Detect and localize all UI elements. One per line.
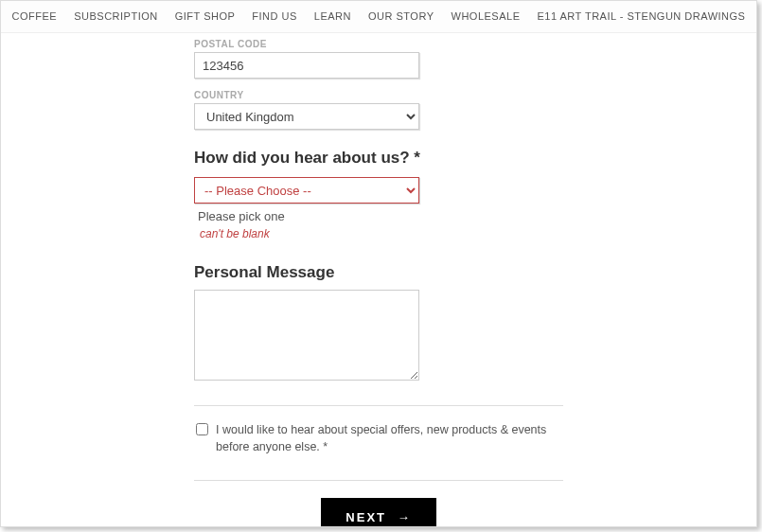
hear-about-us-error: can't be blank (200, 227, 563, 240)
nav-our-story[interactable]: OUR STORY (368, 10, 434, 22)
nav-learn[interactable]: LEARN (314, 10, 351, 22)
personal-message-section: Personal Message (194, 263, 563, 384)
optin-label: I would like to hear about special offer… (216, 421, 563, 455)
nav-gift-shop[interactable]: GIFT SHOP (175, 10, 236, 22)
divider-bottom (194, 480, 563, 481)
postal-code-input[interactable] (194, 52, 419, 79)
main-nav: COFFEE SUBSCRIPTION GIFT SHOP FIND US LE… (1, 1, 756, 33)
hear-about-us-hint: Please pick one (198, 209, 563, 223)
hear-about-us-section: How did you hear about us? * -- Please C… (194, 149, 563, 240)
personal-message-heading: Personal Message (194, 263, 563, 282)
country-label: COUNTRY (194, 90, 563, 100)
country-field: COUNTRY United Kingdom (194, 90, 563, 130)
optin-row: I would like to hear about special offer… (194, 417, 563, 459)
postal-code-field: POSTAL CODE (194, 39, 563, 79)
hear-about-us-select[interactable]: -- Please Choose -- (194, 177, 419, 204)
divider-top (194, 405, 563, 406)
postal-code-label: POSTAL CODE (194, 39, 563, 49)
nav-art-trail[interactable]: E11 ART TRAIL - STENGUN DRAWINGS (537, 10, 745, 22)
arrow-right-icon: → (398, 510, 412, 524)
personal-message-input[interactable] (194, 290, 419, 381)
checkout-form: POSTAL CODE COUNTRY United Kingdom How d… (194, 33, 563, 527)
next-button-label: NEXT (346, 510, 386, 524)
nav-coffee[interactable]: COFFEE (12, 10, 58, 22)
nav-wholesale[interactable]: WHOLESALE (452, 10, 521, 22)
optin-checkbox[interactable] (196, 423, 208, 435)
hear-about-us-heading: How did you hear about us? * (194, 149, 563, 168)
nav-subscription[interactable]: SUBSCRIPTION (74, 10, 158, 22)
country-select[interactable]: United Kingdom (194, 103, 419, 130)
nav-find-us[interactable]: FIND US (252, 10, 297, 22)
next-button[interactable]: NEXT → (321, 498, 435, 527)
